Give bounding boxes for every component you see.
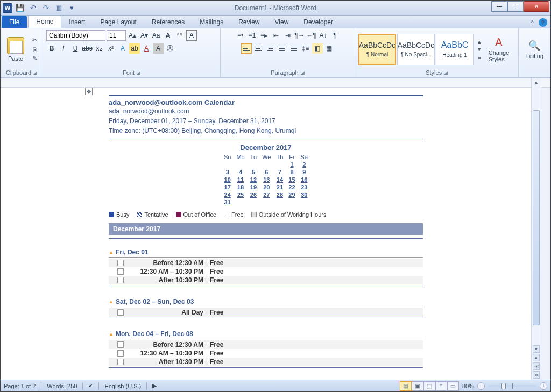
cal-day[interactable]: 25	[234, 191, 247, 198]
cal-day[interactable]: 23	[298, 183, 310, 191]
cal-day[interactable]: 31	[221, 198, 234, 206]
underline-button[interactable]: U	[70, 43, 81, 54]
paragraph-launcher-icon[interactable]: ◢	[301, 70, 305, 75]
horizontal-ruler[interactable]	[1, 78, 550, 88]
cal-day[interactable]: 24	[221, 191, 234, 198]
slot-checkbox[interactable]	[117, 341, 124, 348]
cal-day[interactable]: 28	[273, 191, 286, 198]
clipboard-launcher-icon[interactable]: ◢	[33, 70, 37, 75]
style-heading1[interactable]: AaBbCHeading 1	[436, 34, 474, 65]
char-border-icon[interactable]: A	[186, 30, 197, 41]
cal-day[interactable]: 13	[259, 176, 273, 183]
collapse-icon[interactable]: ▲	[109, 299, 114, 304]
slot-checkbox[interactable]	[117, 359, 124, 365]
tab-insert[interactable]: Insert	[61, 16, 93, 28]
increase-indent-icon[interactable]: ⇥	[282, 30, 293, 41]
slot-checkbox[interactable]	[117, 277, 124, 283]
cal-day[interactable]: 11	[234, 176, 247, 183]
page-status[interactable]: Page: 1 of 2	[4, 383, 36, 389]
save-icon[interactable]: 💾	[15, 3, 25, 13]
cal-day[interactable]: 20	[259, 183, 273, 191]
style-normal[interactable]: AaBbCcDc¶ Normal	[358, 34, 396, 65]
enclose-char-icon[interactable]: Ⓐ	[165, 43, 175, 54]
cal-day[interactable]: 16	[298, 176, 310, 183]
cal-day[interactable]: 9	[298, 168, 310, 176]
borders-icon[interactable]: ▦	[324, 43, 335, 54]
cal-day[interactable]: 4	[234, 168, 247, 176]
slot-checkbox[interactable]	[117, 260, 124, 266]
clear-formatting-icon[interactable]: A̶	[163, 30, 173, 41]
slot-checkbox[interactable]	[117, 268, 124, 275]
scroll-up-icon[interactable]: ▲	[532, 78, 541, 87]
rtl-icon[interactable]: ←¶	[306, 30, 317, 41]
style-no-spacing[interactable]: AaBbCcDc¶ No Spaci...	[397, 34, 435, 65]
undo-icon[interactable]: ↶	[27, 3, 38, 13]
vertical-scrollbar[interactable]: ▲ ▼ ● ≪ ≫	[531, 78, 541, 380]
bullets-icon[interactable]: ≡•	[235, 30, 246, 41]
next-page-icon[interactable]: ≫	[533, 371, 540, 379]
distributed-button[interactable]	[288, 43, 299, 54]
bold-button[interactable]: B	[46, 43, 57, 54]
styles-launcher-icon[interactable]: ◢	[444, 70, 448, 75]
font-size-input[interactable]	[107, 30, 126, 41]
draft-view[interactable]: ▭	[447, 381, 459, 391]
cal-day[interactable]: 15	[286, 176, 298, 183]
highlight-icon[interactable]: ab	[129, 43, 140, 54]
outline-view[interactable]: ≡	[435, 381, 447, 391]
cal-day[interactable]: 5	[248, 168, 259, 176]
cal-day[interactable]: 21	[273, 183, 286, 191]
full-screen-view[interactable]: ▣	[412, 381, 423, 391]
zoom-out-button[interactable]: −	[477, 382, 485, 390]
font-launcher-icon[interactable]: ◢	[137, 70, 140, 75]
line-spacing-icon[interactable]: ‡≡	[300, 43, 311, 54]
minimize-button[interactable]: —	[491, 1, 507, 12]
paste-button[interactable]: Paste	[4, 36, 27, 63]
document-page[interactable]: ✥ ada_norwood@outlook.com Calendar ada_n…	[94, 88, 438, 380]
sort-icon[interactable]: A↓	[318, 30, 329, 41]
language-status[interactable]: English (U.S.)	[104, 383, 141, 389]
cal-day[interactable]: 7	[273, 168, 286, 176]
zoom-level[interactable]: 80%	[462, 383, 474, 389]
cal-day[interactable]: 3	[221, 168, 234, 176]
collapse-icon[interactable]: ▲	[109, 250, 114, 255]
macro-icon[interactable]: ▶	[152, 382, 157, 389]
ltr-icon[interactable]: ¶→	[294, 30, 305, 41]
align-left-button[interactable]	[241, 43, 252, 54]
zoom-slider[interactable]	[488, 385, 536, 387]
prev-page-icon[interactable]: ≪	[533, 362, 540, 370]
tab-mailings[interactable]: Mailings	[192, 16, 231, 28]
redo-icon[interactable]: ↷	[40, 3, 51, 13]
tab-home[interactable]: Home	[28, 15, 61, 28]
word-count[interactable]: Words: 250	[47, 383, 77, 389]
styles-expand-icon[interactable]: ≡	[475, 53, 484, 61]
proofing-icon[interactable]: ✔	[88, 382, 93, 389]
tab-review[interactable]: Review	[231, 16, 267, 28]
cal-day[interactable]: 22	[286, 183, 298, 191]
collapse-icon[interactable]: ▲	[109, 331, 114, 337]
tab-file[interactable]: File	[2, 16, 27, 28]
format-painter-icon[interactable]: ✎	[30, 55, 39, 62]
align-justify-button[interactable]	[277, 43, 287, 54]
font-color-icon[interactable]: A	[141, 43, 152, 54]
editing-button[interactable]: 🔍 Editing	[522, 39, 547, 60]
slot-checkbox[interactable]	[117, 350, 124, 357]
subscript-button[interactable]: x₂	[94, 43, 104, 54]
cal-day[interactable]: 6	[259, 168, 273, 176]
web-layout-view[interactable]: ⬚	[423, 381, 435, 391]
print-layout-view[interactable]: ▤	[400, 381, 412, 391]
superscript-button[interactable]: x²	[105, 43, 116, 54]
copy-icon[interactable]: ⎘	[30, 46, 39, 53]
scroll-down-icon[interactable]: ▼	[533, 345, 540, 353]
change-case-icon[interactable]: Aa	[151, 30, 161, 41]
cal-day[interactable]: 26	[248, 191, 259, 198]
zoom-in-button[interactable]: +	[540, 382, 547, 390]
change-styles-button[interactable]: A Change Styles	[485, 35, 512, 63]
cal-day[interactable]: 1	[286, 161, 298, 168]
cal-day[interactable]: 10	[221, 176, 234, 183]
maximize-button[interactable]: □	[507, 1, 524, 12]
word-icon[interactable]: W	[3, 3, 12, 13]
text-effects-icon[interactable]: A	[117, 43, 128, 54]
char-shading-icon[interactable]: A	[153, 43, 164, 54]
table-move-handle[interactable]: ✥	[85, 88, 93, 95]
decrease-indent-icon[interactable]: ⇤	[271, 30, 281, 41]
